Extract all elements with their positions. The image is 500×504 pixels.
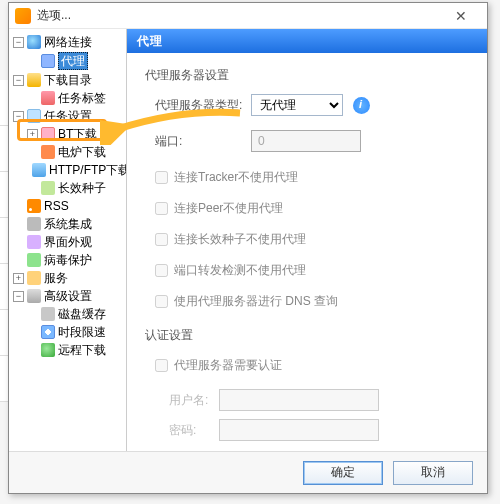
- tree-service[interactable]: +服务: [11, 269, 124, 287]
- password-input[interactable]: [219, 419, 379, 441]
- shield-icon: [27, 253, 41, 267]
- gear-icon: [27, 217, 41, 231]
- tree-httpftp[interactable]: HTTP/FTP下载: [25, 161, 124, 179]
- globe-icon: [27, 35, 41, 49]
- right-panel: 代理 代理服务器设置 代理服务器类型: 无代理 端口: 连接Tracker不使用…: [127, 29, 487, 451]
- disk-icon: [41, 307, 55, 321]
- cancel-button[interactable]: 取消: [393, 461, 473, 485]
- chk-seed-label: 连接长效种子不使用代理: [174, 231, 306, 248]
- chk-tracker-label: 连接Tracker不使用代理: [174, 169, 298, 186]
- background-tabs: [0, 80, 8, 430]
- tree-proxy[interactable]: 代理: [25, 51, 124, 71]
- left-tree: − 网络连接 代理 −: [9, 29, 127, 451]
- chk-need-auth[interactable]: [155, 359, 168, 372]
- app-icon: [15, 8, 31, 24]
- tree-disk-cache[interactable]: 磁盘缓存: [25, 305, 124, 323]
- port-input[interactable]: [251, 130, 361, 152]
- tree-bt[interactable]: + BT下载: [25, 125, 124, 143]
- clock-icon: [41, 325, 55, 339]
- tree-virus[interactable]: 病毒保护: [11, 251, 124, 269]
- port-label: 端口:: [155, 133, 251, 150]
- chk-peer[interactable]: [155, 202, 168, 215]
- username-label: 用户名:: [169, 392, 219, 409]
- collapse-icon[interactable]: −: [13, 75, 24, 86]
- chk-portfwd-label: 端口转发检测不使用代理: [174, 262, 306, 279]
- proxy-type-row: 代理服务器类型: 无代理: [145, 94, 469, 116]
- titlebar: 选项... ✕: [9, 3, 487, 29]
- tree-time-limit[interactable]: 时段限速: [25, 323, 124, 341]
- proxy-icon: [41, 54, 55, 68]
- window-title: 选项...: [37, 7, 441, 24]
- options-dialog: 选项... ✕ − 网络连接 代理: [8, 2, 488, 494]
- proxy-type-label: 代理服务器类型:: [155, 97, 251, 114]
- collapse-icon[interactable]: −: [13, 291, 24, 302]
- tag-icon: [41, 91, 55, 105]
- seed-icon: [41, 181, 55, 195]
- dialog-body: − 网络连接 代理 −: [9, 29, 487, 451]
- chk-peer-label: 连接Peer不使用代理: [174, 200, 283, 217]
- tree-seed[interactable]: 长效种子: [25, 179, 124, 197]
- collapse-icon[interactable]: −: [13, 37, 24, 48]
- chk-need-auth-label: 代理服务器需要认证: [174, 357, 282, 374]
- password-label: 密码:: [169, 422, 219, 439]
- chk-dns[interactable]: [155, 295, 168, 308]
- ui-icon: [27, 235, 41, 249]
- proxy-server-group: 代理服务器设置: [145, 67, 469, 84]
- tree-emule[interactable]: 电炉下载: [25, 143, 124, 161]
- task-icon: [27, 109, 41, 123]
- tree-task-settings[interactable]: − 任务设置: [11, 107, 124, 125]
- tree-advanced[interactable]: −高级设置: [11, 287, 124, 305]
- chk-tracker[interactable]: [155, 171, 168, 184]
- panel-body: 代理服务器设置 代理服务器类型: 无代理 端口: 连接Tracker不使用代理 …: [127, 53, 487, 451]
- proxy-type-select[interactable]: 无代理: [251, 94, 343, 116]
- tree-rss[interactable]: RSS: [11, 197, 124, 215]
- expand-icon[interactable]: +: [13, 273, 24, 284]
- expand-icon[interactable]: +: [27, 129, 38, 140]
- tree-download-dir[interactable]: − 下载目录: [11, 71, 124, 89]
- rss-icon: [27, 199, 41, 213]
- tree-remote[interactable]: 远程下载: [25, 341, 124, 359]
- info-icon[interactable]: [353, 97, 370, 114]
- tree-network[interactable]: − 网络连接: [11, 33, 124, 51]
- chk-dns-label: 使用代理服务器进行 DNS 查询: [174, 293, 338, 310]
- chk-portfwd[interactable]: [155, 264, 168, 277]
- tree-system[interactable]: 系统集成: [11, 215, 124, 233]
- remote-icon: [41, 343, 55, 357]
- ok-button[interactable]: 确定: [303, 461, 383, 485]
- bt-icon: [41, 127, 55, 141]
- advanced-icon: [27, 289, 41, 303]
- tree-task-tag[interactable]: 任务标签: [25, 89, 124, 107]
- panel-title: 代理: [127, 29, 487, 53]
- http-icon: [32, 163, 46, 177]
- folder-icon: [27, 73, 41, 87]
- auth-group: 认证设置: [145, 327, 469, 344]
- collapse-icon[interactable]: −: [13, 111, 24, 122]
- port-row: 端口:: [145, 130, 469, 152]
- tree-ui[interactable]: 界面外观: [11, 233, 124, 251]
- close-icon[interactable]: ✕: [441, 8, 481, 24]
- username-input[interactable]: [219, 389, 379, 411]
- dialog-footer: 确定 取消: [9, 451, 487, 493]
- service-icon: [27, 271, 41, 285]
- emule-icon: [41, 145, 55, 159]
- chk-seed[interactable]: [155, 233, 168, 246]
